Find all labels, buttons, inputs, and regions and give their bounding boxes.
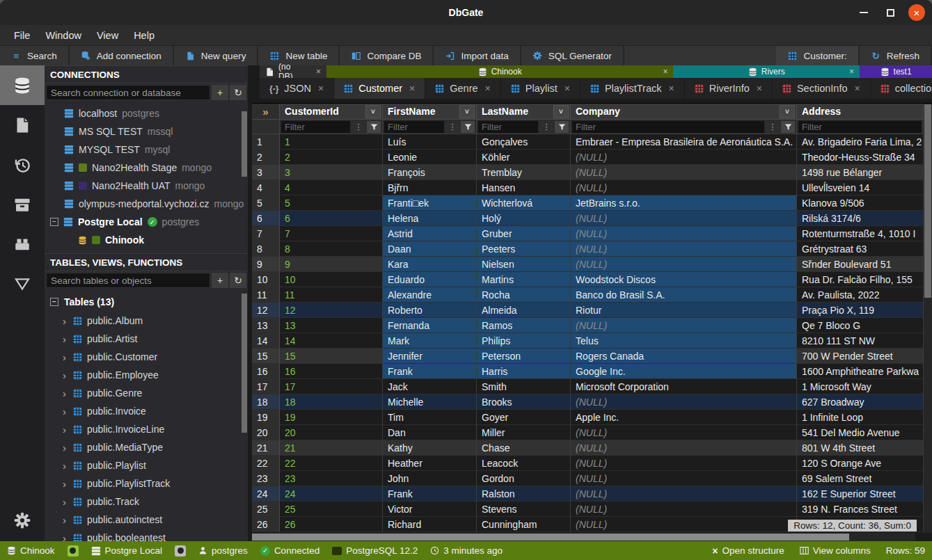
filter-funnel-icon[interactable] bbox=[461, 121, 475, 133]
cell-customerid[interactable]: 5 bbox=[280, 195, 383, 211]
row-number[interactable]: 22 bbox=[252, 456, 280, 471]
cell-lastname[interactable]: Gonçalves bbox=[477, 134, 571, 150]
tab-collection[interactable]: collection bbox=[871, 78, 932, 99]
close-tab-icon[interactable]: × bbox=[854, 83, 860, 94]
status-3-minutes-ago[interactable]: 3 minutes ago bbox=[430, 545, 503, 557]
tree-item-public-album[interactable]: ›public.Album bbox=[45, 312, 248, 330]
table-row[interactable]: 2323JohnGordon(NULL)69 Salem Street bbox=[252, 471, 924, 486]
cell-company[interactable]: (NULL) bbox=[571, 226, 797, 241]
cell-firstname[interactable]: François bbox=[383, 165, 477, 180]
cell-firstname[interactable]: Alexandre bbox=[383, 287, 477, 303]
collapse-icon[interactable]: − bbox=[50, 298, 58, 306]
cell-firstname[interactable]: Roberto bbox=[383, 303, 477, 318]
tab-riverinfo[interactable]: RiverInfo× bbox=[685, 78, 773, 99]
row-number[interactable]: 4 bbox=[252, 180, 280, 195]
table-row[interactable]: 2222HeatherLeacock(NULL)120 S Orange Ave bbox=[252, 456, 924, 471]
tree-item-public-booleantest[interactable]: ›public.booleantest bbox=[45, 529, 248, 541]
database-icon[interactable] bbox=[0, 65, 45, 105]
row-number[interactable]: 2 bbox=[252, 150, 280, 165]
cell-lastname[interactable]: Cunningham bbox=[477, 517, 571, 532]
tree-item-public-genre[interactable]: ›public.Genre bbox=[45, 384, 248, 402]
connection-mysql-test[interactable]: MYSQL TESTmysql bbox=[45, 141, 248, 159]
cell-address[interactable]: 319 N. Frances Street bbox=[797, 502, 924, 517]
cell-firstname[interactable]: Jennifer bbox=[383, 349, 477, 364]
cell-customerid[interactable]: 15 bbox=[280, 349, 383, 364]
cell-firstname[interactable]: Victor bbox=[383, 502, 477, 517]
vertical-scrollbar[interactable] bbox=[924, 104, 932, 533]
cell-customerid[interactable]: 7 bbox=[280, 226, 383, 241]
cell-firstname[interactable]: Kathy bbox=[383, 440, 477, 456]
chevron-right-icon[interactable]: › bbox=[63, 460, 68, 472]
cell-firstname[interactable]: Franti□ek bbox=[383, 195, 477, 211]
cell-firstname[interactable]: Frank bbox=[383, 486, 477, 502]
row-number[interactable]: 9 bbox=[252, 257, 280, 272]
status-chinook[interactable]: Chinook bbox=[7, 545, 55, 557]
cell-lastname[interactable]: Peeters bbox=[477, 241, 571, 257]
column-header-address[interactable]: Address bbox=[797, 104, 924, 120]
toolbar-import-data[interactable]: Import data bbox=[434, 46, 521, 65]
cell-company[interactable]: (NULL) bbox=[571, 394, 797, 410]
archive-icon[interactable] bbox=[0, 184, 45, 224]
filter-input-company[interactable]: Filter bbox=[572, 121, 764, 133]
cell-address[interactable]: Sřnder Boulevard 51 bbox=[797, 257, 924, 272]
cell-customerid[interactable]: 26 bbox=[280, 517, 383, 532]
cell-address[interactable]: 541 Del Medio Avenue bbox=[797, 425, 924, 440]
row-number[interactable]: 1 bbox=[252, 134, 280, 150]
cell-address[interactable]: 1 Infinite Loop bbox=[797, 410, 924, 425]
cell-address[interactable]: Av. Paulista, 2022 bbox=[797, 287, 924, 303]
menu-view[interactable]: View bbox=[90, 27, 125, 44]
cell-address[interactable]: 69 Salem Street bbox=[797, 471, 924, 486]
cell-address[interactable]: Rotenturmstraße 4, 1010 I bbox=[797, 226, 924, 241]
tree-item-public-artist[interactable]: ›public.Artist bbox=[45, 330, 248, 348]
table-row[interactable]: 66HelenaHolý(NULL)Rilská 3174/6 bbox=[252, 211, 924, 226]
cell-customerid[interactable]: 18 bbox=[280, 394, 383, 410]
cell-lastname[interactable]: Chase bbox=[477, 440, 571, 456]
cell-address[interactable]: 162 E Superior Street bbox=[797, 486, 924, 502]
cell-firstname[interactable]: Helena bbox=[383, 211, 477, 226]
cell-address[interactable]: Klanova 9/506 bbox=[797, 195, 924, 211]
grid-corner-expand[interactable]: » bbox=[252, 104, 280, 120]
cell-customerid[interactable]: 1 bbox=[280, 134, 383, 150]
table-row[interactable]: 1616FrankHarrisGoogle Inc.1600 Amphithea… bbox=[252, 364, 924, 379]
filter-menu-icon[interactable]: ⋮ bbox=[445, 121, 459, 133]
chevron-right-icon[interactable]: › bbox=[63, 532, 68, 542]
row-number[interactable]: 15 bbox=[252, 349, 280, 364]
cell-address[interactable]: 120 S Orange Ave bbox=[797, 456, 924, 471]
cell-firstname[interactable]: Fernanda bbox=[383, 318, 477, 333]
close-tab-group-icon[interactable]: × bbox=[663, 67, 668, 77]
cell-company[interactable]: Google Inc. bbox=[571, 364, 797, 379]
tab-group-chinook[interactable]: Chinook× bbox=[326, 65, 673, 78]
cell-customerid[interactable]: 21 bbox=[280, 440, 383, 456]
tab-playlist[interactable]: Playlist× bbox=[501, 78, 580, 99]
cell-lastname[interactable]: Martins bbox=[477, 272, 571, 287]
cell-address[interactable]: Grétrystraat 63 bbox=[797, 241, 924, 257]
cell-firstname[interactable]: Frank bbox=[383, 364, 477, 379]
chevron-right-icon[interactable]: › bbox=[63, 387, 68, 399]
tab-sectioninfo[interactable]: SectionInfo× bbox=[773, 78, 871, 99]
cell-lastname[interactable]: Goyer bbox=[477, 410, 571, 425]
row-number[interactable]: 17 bbox=[252, 379, 280, 394]
toolbar-customer[interactable]: Customer: bbox=[776, 46, 859, 65]
table-row[interactable]: 88DaanPeeters(NULL)Grétrystraat 63 bbox=[252, 241, 924, 257]
row-number[interactable]: 12 bbox=[252, 303, 280, 318]
row-number[interactable]: 19 bbox=[252, 410, 280, 425]
cell-lastname[interactable]: Miller bbox=[477, 425, 571, 440]
cell-firstname[interactable]: Eduardo bbox=[383, 272, 477, 287]
cell-customerid[interactable]: 16 bbox=[280, 364, 383, 379]
tab-group-rivers[interactable]: Rivers× bbox=[673, 65, 860, 78]
cell-company[interactable]: (NULL) bbox=[571, 471, 797, 486]
column-header-lastname[interactable]: LastName˅ bbox=[477, 104, 571, 120]
close-tab-icon[interactable]: × bbox=[318, 83, 324, 94]
row-number[interactable]: 13 bbox=[252, 318, 280, 333]
cell-lastname[interactable]: Leacock bbox=[477, 456, 571, 471]
cell-company[interactable]: (NULL) bbox=[571, 241, 797, 257]
row-number[interactable]: 6 bbox=[252, 211, 280, 226]
cell-customerid[interactable]: 6 bbox=[280, 211, 383, 226]
column-dropdown-icon[interactable]: ˅ bbox=[365, 105, 381, 118]
close-tab-group-icon[interactable]: × bbox=[316, 67, 321, 77]
cell-address[interactable]: 801 W 4th Street bbox=[797, 440, 924, 456]
close-tab-icon[interactable]: × bbox=[669, 83, 674, 94]
tree-item-public-customer[interactable]: ›public.Customer bbox=[45, 348, 248, 366]
filter-input-firstname[interactable]: Filter bbox=[384, 121, 444, 133]
status-connected[interactable]: ✓Connected bbox=[260, 545, 319, 557]
